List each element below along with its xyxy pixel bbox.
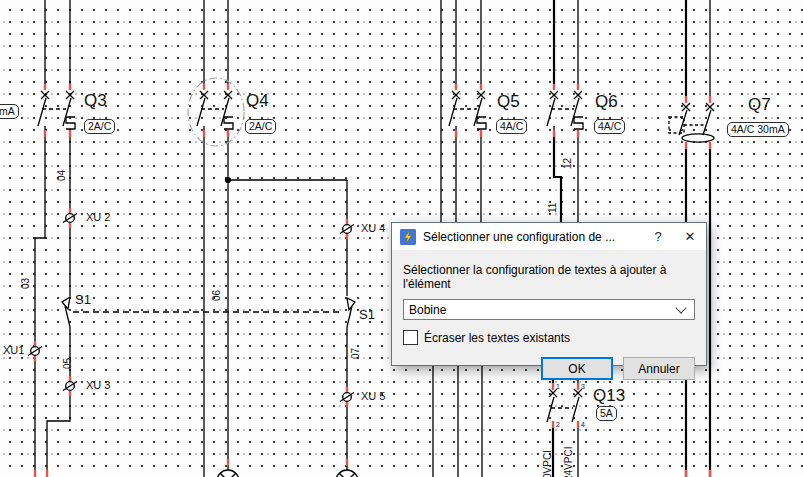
overwrite-texts-checkbox[interactable] — [403, 330, 418, 345]
qelectrotech-lightning-icon — [400, 229, 416, 245]
partial-rating-box[interactable]: mA — [0, 104, 19, 119]
dialog-instruction-label: Sélectionner la configuration de textes … — [403, 263, 695, 291]
switch-s1-symbols[interactable] — [62, 297, 355, 327]
terminal-xu1 — [28, 347, 42, 356]
terminal-xu3 — [63, 382, 77, 391]
terminal-label-xu5[interactable]: XU 5 — [361, 391, 385, 402]
selection-ellipse-q4 — [188, 78, 244, 146]
checkbox-label: Écraser les textes existants — [424, 331, 570, 345]
chevron-down-icon — [675, 302, 686, 313]
close-icon[interactable]: ✕ — [674, 223, 706, 250]
breaker-rating-q3[interactable]: 2A/C — [84, 119, 115, 134]
terminal-label-xu3[interactable]: XU 3 — [86, 380, 110, 391]
terminal-xu5 — [340, 393, 354, 402]
terminal-label-xu2[interactable]: XU 2 — [86, 212, 110, 223]
breaker-q7-symbol[interactable] — [669, 103, 714, 142]
dialog-title: Sélectionner une configuration de ... — [423, 230, 642, 244]
conductor-label-12[interactable]: 12 — [563, 158, 573, 169]
terminal-xu2 — [63, 214, 77, 223]
breaker-label-q13[interactable]: Q13 — [593, 387, 625, 404]
conductor-label-06[interactable]: 06 — [212, 290, 222, 301]
pin-number-3: 3 — [581, 383, 585, 390]
wire-junction — [225, 177, 231, 183]
help-button[interactable]: ? — [642, 223, 674, 250]
breaker-label-q6[interactable]: Q6 — [595, 93, 618, 110]
breaker-label-q3[interactable]: Q3 — [84, 92, 107, 109]
text-config-combobox[interactable]: Bobine — [403, 299, 695, 320]
pin-number-4: 4 — [581, 421, 585, 428]
qelectrotech-workspace: Q3 2A/C Q4 2A/C Q5 4A/C Q6 4A/C Q7 4A/C … — [0, 0, 803, 477]
breaker-label-q7[interactable]: Q7 — [748, 96, 771, 113]
conductor-label-0vpci[interactable]: 0VPCI — [543, 450, 553, 477]
conductor-label-07[interactable]: 07 — [351, 348, 361, 359]
breaker-rating-q7[interactable]: 4A/C 30mA — [727, 122, 789, 137]
conductor-label-04[interactable]: 04 — [57, 170, 67, 181]
pin-number-2: 2 — [556, 421, 560, 428]
ok-button[interactable]: OK — [541, 357, 613, 380]
breaker-rating-q13[interactable]: 5A — [596, 406, 617, 421]
text-configuration-dialog: Sélectionner une configuration de ... ? … — [391, 222, 707, 366]
conductor-label-11[interactable]: 11 — [548, 203, 558, 213]
conductor-label-03[interactable]: 03 — [21, 278, 31, 289]
breaker-label-q4[interactable]: Q4 — [246, 92, 269, 109]
breaker-label-q5[interactable]: Q5 — [497, 93, 520, 110]
switch-label-s1-right[interactable]: S1 — [359, 308, 375, 321]
breaker-rating-q5[interactable]: 4A/C — [496, 119, 527, 134]
terminal-xu4 — [340, 225, 354, 234]
terminal-label-xu1[interactable]: XU1 — [3, 345, 24, 356]
conductor-label-05[interactable]: 05 — [63, 358, 73, 369]
breaker-q13-symbol[interactable] — [547, 389, 582, 422]
conductor-label-24vpci[interactable]: 24VPCI — [564, 447, 574, 477]
combobox-value: Bobine — [404, 303, 677, 317]
lamp-symbols[interactable] — [217, 470, 358, 477]
switch-label-s1-left[interactable]: S1 — [75, 293, 91, 306]
cancel-button[interactable]: Annuler — [623, 357, 695, 380]
breaker-rating-q4[interactable]: 2A/C — [245, 119, 276, 134]
xu-terminals[interactable] — [28, 214, 354, 402]
dialog-titlebar[interactable]: Sélectionner une configuration de ... ? … — [392, 223, 706, 250]
pin-number-1: 1 — [556, 383, 560, 390]
terminal-label-xu4[interactable]: XU 4 — [361, 223, 385, 234]
breaker-rating-q6[interactable]: 4A/C — [594, 119, 625, 134]
